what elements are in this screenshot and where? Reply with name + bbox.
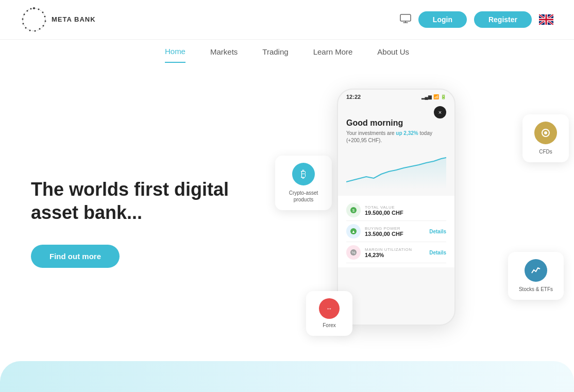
phone-status-icons: ▂▄▆ 📶 🔋: [421, 94, 446, 99]
hero-section: The worlds first digital asset bank... F…: [31, 178, 247, 268]
buying-power-label: BUYING POWER: [365, 226, 403, 231]
close-button[interactable]: ×: [434, 106, 446, 118]
main-content: The worlds first digital asset bank... F…: [0, 63, 574, 362]
svg-text:$: $: [352, 208, 355, 213]
findout-button[interactable]: Find out more: [31, 245, 120, 268]
buying-power-icon: ▲: [346, 224, 361, 238]
forex-label: Forex: [323, 322, 336, 329]
svg-point-5: [45, 21, 46, 22]
svg-point-6: [43, 25, 44, 27]
header: META BANK Login Register: [0, 0, 574, 40]
login-button[interactable]: Login: [418, 11, 467, 28]
stat-margin: % MARGIN UTILIZATION 14,23% Details: [346, 242, 446, 263]
stocks-icon: [525, 259, 547, 282]
svg-point-26: [544, 131, 547, 134]
crypto-label: Crypto-asset products: [281, 190, 326, 203]
svg-point-10: [25, 27, 27, 29]
margin-label: MARGIN UTILIZATION: [365, 247, 412, 252]
svg-point-15: [30, 8, 32, 10]
svg-point-1: [33, 7, 35, 9]
total-value-icon: $: [346, 203, 361, 217]
svg-point-12: [22, 19, 24, 20]
crypto-icon: ₿: [292, 163, 315, 185]
chart-area: [346, 148, 446, 190]
header-right: Login Register: [400, 11, 553, 28]
investments-prefix: Your investments are: [346, 130, 395, 136]
svg-text:%: %: [351, 250, 355, 255]
svg-point-3: [42, 12, 44, 13]
investments-suffix: today: [420, 130, 432, 136]
phone-status-bar: 12:22 ▂▄▆ 📶 🔋: [338, 90, 454, 102]
buying-power-amount: 13.500,00 CHF: [365, 231, 403, 237]
svg-point-13: [24, 14, 25, 15]
nav-item-home[interactable]: Home: [165, 47, 185, 63]
card-cfds: CFDs: [522, 114, 569, 162]
svg-point-2: [38, 9, 40, 10]
logo-icon: [21, 6, 47, 33]
nav-item-learnmore[interactable]: Learn More: [313, 47, 353, 62]
card-stocks: Stocks & ETFs: [508, 252, 564, 300]
logo-text: META BANK: [52, 15, 96, 24]
nav-item-aboutus[interactable]: About Us: [377, 47, 409, 62]
stat-total-value: $ TOTAL VALUE 19.500,00 CHF: [346, 200, 446, 221]
register-button[interactable]: Register: [474, 11, 532, 28]
svg-point-14: [27, 10, 28, 12]
navigation: Home Markets Trading Learn More About Us: [0, 40, 574, 63]
svg-point-11: [23, 23, 24, 25]
logo[interactable]: META BANK: [21, 6, 96, 33]
phone-stats: $ TOTAL VALUE 19.500,00 CHF ▲ BUYING POW…: [338, 196, 454, 267]
greeting-text: Good morning: [346, 118, 446, 128]
phone-mockup: 12:22 ▂▄▆ 📶 🔋 × Good morning Your invest…: [337, 89, 455, 326]
bottom-wave: [0, 361, 574, 392]
svg-point-4: [44, 16, 46, 18]
nav-item-markets[interactable]: Markets: [210, 47, 238, 62]
buying-power-details[interactable]: Details: [429, 229, 446, 234]
language-flag[interactable]: [539, 14, 553, 25]
total-value-amount: 19.500,00 CHF: [365, 210, 403, 216]
margin-icon: %: [346, 245, 361, 260]
phone-content: × Good morning Your investments are up 2…: [338, 102, 454, 194]
chart-svg: [346, 148, 446, 190]
margin-info: MARGIN UTILIZATION 14,23%: [365, 247, 412, 258]
stat-buying-power: ▲ BUYING POWER 13.500,00 CHF Details: [346, 221, 446, 242]
investments-percent: up 2,32%: [396, 130, 418, 136]
svg-point-8: [35, 30, 36, 32]
total-value-info: TOTAL VALUE 19.500,00 CHF: [365, 205, 403, 216]
svg-rect-16: [400, 14, 411, 21]
cfds-icon: [534, 122, 557, 144]
margin-details[interactable]: Details: [429, 250, 446, 255]
investments-amount: (+200,95 CHF).: [346, 138, 382, 143]
svg-point-7: [39, 28, 41, 30]
svg-text:▲: ▲: [351, 229, 356, 234]
stocks-label: Stocks & ETFs: [519, 286, 553, 293]
buying-power-info: BUYING POWER 13.500,00 CHF: [365, 226, 403, 237]
cfds-label: CFDs: [539, 148, 552, 155]
nav-item-trading[interactable]: Trading: [262, 47, 288, 62]
monitor-icon[interactable]: [400, 14, 411, 26]
svg-point-9: [29, 30, 31, 31]
forex-icon: ↔: [319, 298, 340, 319]
svg-text:↔: ↔: [326, 305, 332, 312]
mockup-area: ₿ Crypto-asset products 12:22 ▂▄▆ 📶 🔋 × …: [275, 73, 574, 362]
investments-text: Your investments are up 2,32% today (+20…: [346, 130, 446, 144]
hero-title: The worlds first digital asset bank...: [31, 178, 247, 224]
card-crypto: ₿ Crypto-asset products: [275, 156, 332, 210]
phone-time: 12:22: [346, 94, 361, 100]
total-value-label: TOTAL VALUE: [365, 205, 403, 210]
card-forex: ↔ Forex: [306, 291, 352, 336]
margin-value: 14,23%: [365, 252, 412, 258]
